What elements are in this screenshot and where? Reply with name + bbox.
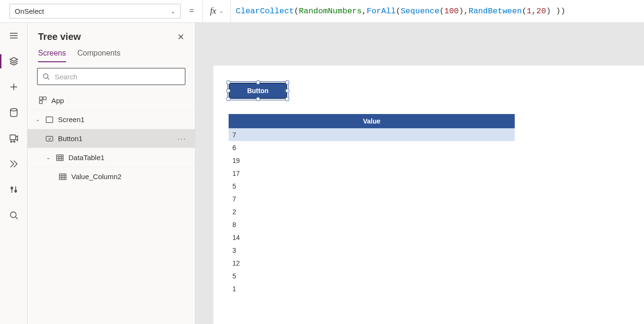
svg-rect-8 — [39, 97, 42, 100]
svg-rect-1 — [10, 135, 16, 140]
formula-token-punc: ( — [396, 7, 401, 16]
screen-icon — [45, 116, 54, 124]
chevron-down-icon: ⌄ — [171, 8, 175, 15]
svg-point-7 — [43, 74, 48, 78]
property-select-value: OnSelect — [15, 7, 44, 15]
tree-view-panel: Tree view ✕ Screens Components App ⌄ — [28, 23, 195, 324]
tree-item-button1[interactable]: Button1 ··· — [28, 129, 195, 148]
tab-screens[interactable]: Screens — [38, 49, 66, 62]
tab-components[interactable]: Components — [77, 49, 121, 62]
datatable-row[interactable]: 7 — [229, 128, 515, 141]
formula-token-punc: ), — [459, 7, 468, 16]
settings-button[interactable] — [0, 177, 28, 202]
datatable-row[interactable]: 1 — [229, 282, 515, 295]
button-control-selection[interactable]: Button — [229, 83, 287, 99]
datatable-row[interactable]: 14 — [229, 231, 515, 244]
fx-icon: fx — [210, 6, 216, 16]
tree-view-title: Tree view — [38, 31, 81, 42]
chevron-down-icon: ⌄ — [45, 154, 51, 161]
formula-token-num: 1 — [527, 7, 531, 16]
tree-item-label: DataTable1 — [68, 153, 105, 162]
property-select[interactable]: OnSelect ⌄ — [10, 4, 181, 19]
search-icon — [9, 210, 19, 220]
fx-expand-button[interactable]: fx ⌄ — [202, 0, 231, 22]
svg-rect-13 — [57, 155, 63, 161]
datatable-row[interactable]: 5 — [229, 269, 515, 282]
button-control[interactable]: Button — [229, 83, 287, 99]
formula-token-punc: , — [531, 7, 536, 16]
formula-token-punc: ( — [294, 7, 298, 16]
formula-token-fn: ClearCollect — [236, 7, 294, 16]
more-icon[interactable]: ··· — [177, 134, 186, 143]
formula-token-id: RandomNumbers — [299, 7, 362, 16]
layers-icon — [9, 57, 19, 66]
database-icon — [9, 108, 19, 117]
svg-point-6 — [10, 212, 16, 218]
formula-input[interactable]: ClearCollect( RandomNumbers, ForAll( Seq… — [231, 0, 644, 22]
tree-item-label: Value_Column2 — [71, 172, 122, 181]
power-automate-button[interactable] — [0, 151, 28, 177]
sliders-icon — [9, 185, 19, 194]
flow-icon — [9, 159, 19, 169]
datatable-row[interactable]: 7 — [229, 192, 515, 205]
svg-rect-12 — [46, 136, 53, 141]
tree-search-input[interactable] — [54, 72, 180, 81]
search-button[interactable] — [0, 202, 28, 228]
tree-search[interactable] — [37, 68, 185, 85]
formula-bar: OnSelect ⌄ = fx ⌄ ClearCollect( RandomNu… — [0, 0, 644, 23]
svg-rect-14 — [59, 174, 66, 180]
tree-item-screen1[interactable]: ⌄ Screen1 — [28, 110, 195, 129]
left-icon-rail — [0, 23, 28, 324]
formula-token-num: 100 — [444, 7, 459, 16]
formula-token-punc: ( — [522, 7, 527, 16]
app-icon — [38, 96, 48, 104]
tree-item-value-column[interactable]: Value_Column2 — [28, 167, 195, 186]
formula-token-fn: Sequence — [401, 7, 440, 16]
datatable-row[interactable]: 6 — [229, 141, 515, 154]
tree-view-button[interactable] — [0, 48, 28, 74]
datatable-control[interactable]: Value 76191757281431251 — [229, 114, 515, 295]
insert-button[interactable] — [0, 74, 28, 100]
canvas-area[interactable]: Button Value 76191757281431251 — [195, 23, 644, 324]
datatable-row[interactable]: 5 — [229, 180, 515, 192]
datatable-header[interactable]: Value — [229, 114, 515, 128]
datatable-row[interactable]: 17 — [229, 167, 515, 180]
formula-token-fn: ForAll — [366, 7, 395, 16]
formula-token-punc: , — [362, 7, 366, 16]
tree-item-app[interactable]: App — [28, 91, 195, 110]
media-icon — [9, 133, 19, 143]
svg-rect-9 — [43, 97, 46, 100]
svg-rect-11 — [46, 117, 53, 123]
datatable-row[interactable]: 12 — [229, 257, 515, 269]
datatable-icon — [55, 154, 65, 162]
formula-token-num: 20 — [537, 7, 546, 16]
tree-item-label: Screen1 — [58, 115, 85, 124]
screen-canvas[interactable]: Button Value 76191757281431251 — [213, 66, 644, 324]
equals-sign: = — [181, 0, 202, 22]
formula-token-punc: ) )) — [546, 7, 566, 16]
datatable-row[interactable]: 2 — [229, 205, 515, 218]
column-icon — [58, 173, 67, 181]
media-button[interactable] — [0, 125, 28, 151]
formula-token-fn: RandBetween — [469, 7, 522, 16]
tree-list: App ⌄ Screen1 Button1 ··· ⌄ — [28, 91, 195, 324]
svg-point-2 — [10, 141, 12, 143]
button-control-icon — [45, 135, 54, 143]
plus-icon — [9, 82, 19, 92]
formula-token-punc: ( — [440, 7, 444, 16]
datatable-row[interactable]: 19 — [229, 154, 515, 167]
close-icon[interactable]: ✕ — [177, 32, 184, 42]
chevron-down-icon: ⌄ — [34, 116, 41, 123]
svg-point-0 — [10, 109, 17, 111]
data-button[interactable] — [0, 100, 28, 125]
hamburger-button[interactable] — [0, 23, 28, 48]
svg-point-3 — [13, 141, 15, 143]
search-icon — [42, 73, 50, 80]
datatable-row[interactable]: 3 — [229, 244, 515, 257]
tree-item-label: App — [51, 96, 64, 105]
chevron-down-icon: ⌄ — [219, 8, 223, 14]
tree-item-datatable1[interactable]: ⌄ DataTable1 — [28, 148, 195, 167]
tree-tabs: Screens Components — [28, 45, 195, 62]
datatable-row[interactable]: 8 — [229, 218, 515, 231]
hamburger-icon — [9, 31, 19, 40]
